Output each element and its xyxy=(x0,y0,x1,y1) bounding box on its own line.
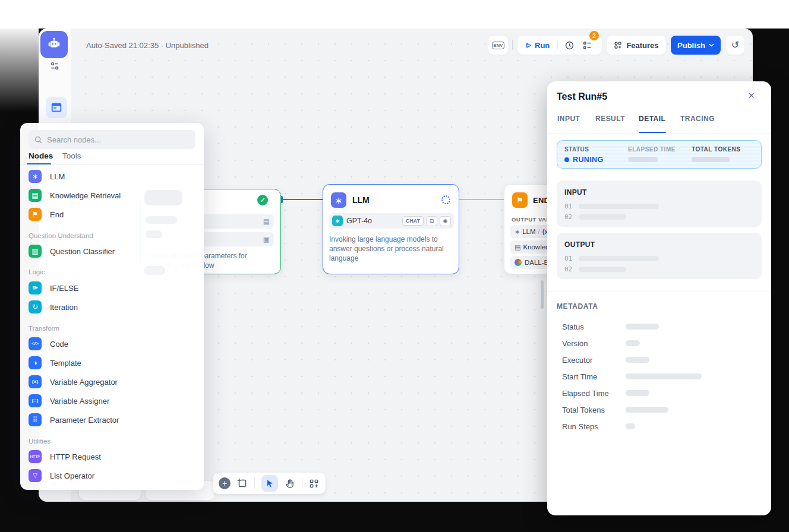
meta-label: Elapsed Time xyxy=(562,389,609,398)
aggregator-icon: {x} xyxy=(29,375,42,388)
node-item-question-classifier[interactable]: ▥ Question Classifier xyxy=(29,245,115,258)
node-item-variable-aggregator[interactable]: {x} Variable Aggregator xyxy=(29,375,118,388)
frosted-blob xyxy=(146,216,178,224)
add-note-icon[interactable] xyxy=(237,478,248,489)
panel-title: Test Run#5 xyxy=(557,91,607,102)
sliders-icon[interactable] xyxy=(49,61,60,71)
checklist-icon[interactable] xyxy=(582,40,592,50)
dalle-icon xyxy=(515,259,522,266)
input-title: INPUT xyxy=(564,188,587,197)
play-icon xyxy=(525,42,532,49)
env-button[interactable]: ENV xyxy=(488,36,508,55)
node-item-iteration[interactable]: ↻ Iteration xyxy=(29,300,78,314)
active-tab-underline xyxy=(639,132,666,133)
success-check-icon: ✓ xyxy=(257,195,268,205)
window-icon xyxy=(51,102,62,113)
skeleton xyxy=(626,407,668,413)
output-title: OUTPUT xyxy=(564,240,595,249)
filter-icon: ▽ xyxy=(29,469,42,482)
field-icon: ▤ xyxy=(263,217,270,226)
node-item-list-operator[interactable]: ▽ List Operator xyxy=(29,469,94,482)
section-header: Transform xyxy=(29,325,59,332)
template-icon: ◑ xyxy=(29,356,42,369)
node-item-http-request[interactable]: HTTP HTTP Request xyxy=(29,450,101,463)
active-tab-underline xyxy=(27,163,51,164)
line-number: 02 xyxy=(564,265,572,273)
status-card: STATUS RUNING ELAPSED TIME TOTAL TOKENS xyxy=(557,140,762,169)
hand-mode-icon[interactable] xyxy=(285,478,295,489)
tab-tracing[interactable]: TRACING xyxy=(680,115,715,123)
autosave-status: Auto-Saved 21:02:35 · Unpublished xyxy=(86,41,209,50)
llm-node[interactable]: ∗ LLM ∗ GPT-4o CHAT ⊡ ◉ Invoking large l… xyxy=(323,184,459,274)
run-history-icon[interactable] xyxy=(564,40,575,50)
skeleton xyxy=(628,157,658,162)
publish-button[interactable]: Publish xyxy=(671,36,721,55)
skeleton xyxy=(626,390,649,396)
model-selector[interactable]: ∗ GPT-4o CHAT ⊡ ◉ xyxy=(329,213,454,229)
window-shadow xyxy=(0,28,39,112)
toolbar-divider xyxy=(512,40,513,50)
workflow-tab-button[interactable] xyxy=(46,97,67,118)
metadata-title: METADATA xyxy=(557,302,598,311)
meta-label: Start Time xyxy=(562,372,597,381)
llm-ref-icon: ∗ xyxy=(515,228,520,236)
node-item-variable-assigner[interactable]: {=} Variable Assigner xyxy=(29,394,109,407)
skeleton xyxy=(579,204,659,209)
section-header: Question Understand xyxy=(29,232,93,239)
model-name: GPT-4o xyxy=(346,217,372,225)
features-button[interactable]: Features xyxy=(607,36,666,55)
group-divider xyxy=(557,41,558,49)
add-node-button[interactable]: + xyxy=(219,477,231,489)
line-number: 01 xyxy=(564,202,572,210)
skeleton xyxy=(579,267,626,272)
tab-result[interactable]: RESULT xyxy=(595,115,625,123)
tabs-divider xyxy=(547,133,771,134)
node-item-end[interactable]: ⚑ End xyxy=(29,208,64,221)
skeleton xyxy=(579,256,659,261)
node-item-code[interactable]: </> Code xyxy=(29,337,68,350)
book-icon: ▤ xyxy=(29,189,42,202)
node-search-input[interactable]: Search nodes... xyxy=(29,130,195,149)
agent-icon: ⊡ xyxy=(426,216,437,226)
node-item-template[interactable]: ◑ Template xyxy=(29,356,81,369)
version-history-button[interactable]: ↺ xyxy=(726,36,744,55)
node-item-parameter-extractor[interactable]: ⠿ Parameter Extractor xyxy=(29,413,119,426)
page-background-top xyxy=(0,0,789,28)
tokens-label: TOTAL TOKENS xyxy=(692,146,741,153)
meta-label: Run Steps xyxy=(562,422,598,431)
node-item-if-else[interactable]: ⋔ IF/ELSE xyxy=(29,281,78,294)
checklist-badge[interactable]: 2 xyxy=(589,30,599,41)
frosted-blob xyxy=(144,266,165,275)
tab-nodes[interactable]: Nodes xyxy=(29,151,53,160)
canvas-toolbar: + xyxy=(213,473,326,494)
skeleton xyxy=(626,423,635,429)
node-item-llm[interactable]: ∗ LLM xyxy=(29,170,65,183)
frosted-blob xyxy=(144,190,182,205)
search-icon xyxy=(34,135,43,144)
elapsed-label: ELAPSED TIME xyxy=(628,146,676,153)
env-icon: ENV xyxy=(492,42,505,49)
tab-input[interactable]: INPUT xyxy=(557,115,580,123)
pointer-mode-button[interactable] xyxy=(261,475,278,492)
test-run-panel: Test Run#5 × INPUT RESULT DETAIL TRACING… xyxy=(547,81,771,515)
classifier-icon: ▥ xyxy=(29,245,42,258)
frosted-blob xyxy=(146,230,162,238)
auto-layout-icon[interactable] xyxy=(309,479,319,489)
section-header: Utilities xyxy=(29,438,51,445)
skeleton xyxy=(579,214,626,220)
node-item-knowledge-retrieval[interactable]: ▤ Knowledge Retrieval xyxy=(29,189,121,202)
branch-icon: ⋔ xyxy=(29,281,42,294)
knowledge-ref-icon: ▤ xyxy=(515,243,520,251)
tab-detail[interactable]: DETAIL xyxy=(639,115,665,123)
edge-start-llm xyxy=(281,199,323,200)
close-icon[interactable]: × xyxy=(748,90,755,101)
run-button[interactable]: Run xyxy=(525,41,550,50)
meta-label: Status xyxy=(562,322,584,331)
skeleton xyxy=(626,324,659,330)
skeleton xyxy=(626,373,702,379)
app-logo[interactable] xyxy=(40,31,68,58)
edge-llm-end xyxy=(459,199,504,200)
panel-resize-handle[interactable] xyxy=(541,280,544,309)
tab-tools[interactable]: Tools xyxy=(62,151,81,160)
llm-icon: ∗ xyxy=(29,170,42,183)
